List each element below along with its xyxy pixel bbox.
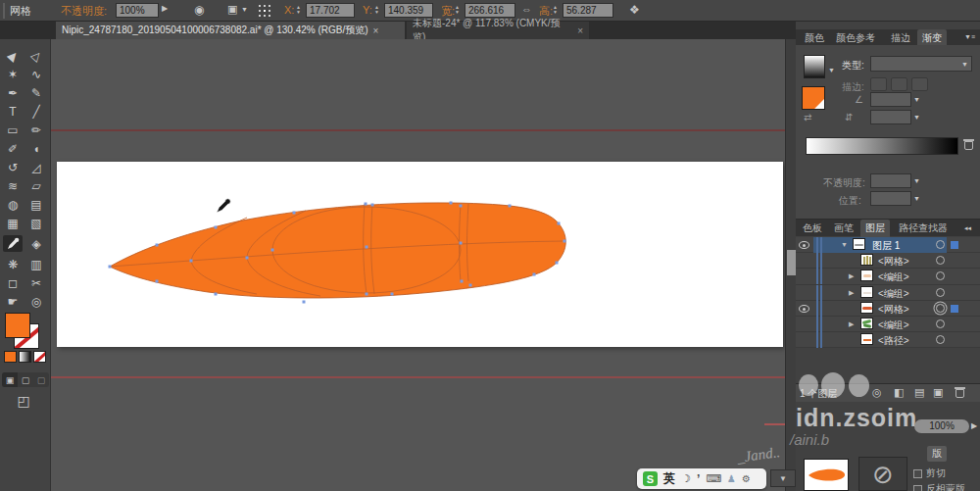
- aspect-ratio-dropdown-icon[interactable]: ▼: [913, 111, 920, 123]
- gradient-angle-dropdown-icon[interactable]: ▼: [913, 93, 920, 106]
- opacity-label[interactable]: 不透明度:: [61, 4, 107, 19]
- draw-behind-mode-button[interactable]: ▢: [18, 372, 33, 387]
- layer-thumbnail[interactable]: [853, 238, 865, 250]
- canvas-area[interactable]: [51, 39, 796, 491]
- select-similar-icon[interactable]: ▣: [227, 3, 237, 16]
- carrot-mesh-artwork[interactable]: [100, 196, 580, 314]
- panel-flyout-icon[interactable]: ▼≡: [964, 33, 975, 40]
- layer-row[interactable]: ▶ <编组>: [796, 269, 980, 284]
- layer-row[interactable]: ▼ 图层 1: [796, 237, 980, 253]
- gradient-fill-thumbnail[interactable]: [804, 55, 825, 78]
- layer-name[interactable]: <网格>: [878, 255, 909, 269]
- width-input[interactable]: 266.616: [465, 3, 515, 18]
- perspective-grid-tool[interactable]: ▤: [26, 196, 46, 213]
- mesh-tool[interactable]: ▦: [3, 215, 23, 231]
- layer-thumbnail[interactable]: [860, 302, 873, 314]
- layer-row[interactable]: <网格>: [796, 253, 980, 269]
- rectangle-tool[interactable]: ▭: [3, 122, 23, 138]
- pencil-tool[interactable]: ✐: [3, 140, 23, 157]
- shape-builder-tool[interactable]: ◍: [3, 196, 23, 213]
- ime-toolbar[interactable]: S 英 ☽ ’ ⌨ ♟ ⚙: [637, 468, 766, 489]
- selection-tool[interactable]: ▶: [3, 47, 23, 64]
- lasso-tool[interactable]: ∿: [26, 66, 46, 82]
- clip-checkbox[interactable]: [913, 469, 922, 478]
- opacity-expand-button[interactable]: ▶: [162, 4, 168, 13]
- navigator-zoom-field[interactable]: 100%: [914, 419, 969, 433]
- ime-language-toggle[interactable]: 英: [663, 470, 675, 487]
- y-input[interactable]: 140.359: [384, 3, 433, 18]
- pen-tool[interactable]: ✒: [3, 84, 23, 101]
- tab-pathfinder[interactable]: 路径查找器: [894, 220, 953, 237]
- vertical-scrollbar[interactable]: [785, 39, 796, 491]
- reference-point-grid-icon[interactable]: [259, 5, 261, 7]
- target-circle-icon[interactable]: [936, 271, 945, 280]
- close-tab-icon[interactable]: ×: [577, 25, 583, 36]
- eyedropper-tool[interactable]: [3, 235, 23, 252]
- document-tab-active[interactable]: Nipic_24787180_20190504100006738082.ai* …: [56, 22, 405, 39]
- layer-name[interactable]: 图层 1: [872, 239, 900, 253]
- collapse-panel-icon[interactable]: ◂◂: [964, 224, 971, 232]
- free-transform-tool[interactable]: ▱: [26, 177, 46, 194]
- none-mode-button[interactable]: [33, 351, 46, 363]
- blend-tool[interactable]: ◈: [26, 235, 46, 252]
- tab-brushes[interactable]: 画笔: [829, 220, 858, 237]
- tab-layers[interactable]: 图层: [860, 220, 890, 237]
- gradient-stroke-along-button[interactable]: [891, 77, 907, 91]
- ime-logo-icon[interactable]: S: [643, 471, 658, 486]
- opacity-input[interactable]: 100%: [116, 3, 159, 18]
- slice-tool[interactable]: ✂: [26, 274, 46, 291]
- curvature-tool[interactable]: ✎: [26, 84, 46, 101]
- height-stepper[interactable]: ▲▼: [553, 5, 558, 15]
- gradient-stroke-across-button[interactable]: [911, 77, 928, 91]
- y-stepper[interactable]: ▲▼: [374, 5, 379, 15]
- close-tab-icon[interactable]: ×: [373, 25, 379, 36]
- gradient-thumb-dropdown-icon[interactable]: ▼: [828, 67, 835, 74]
- color-mode-button[interactable]: [4, 351, 17, 363]
- opacity-mask-empty[interactable]: ⊘: [858, 457, 907, 491]
- delete-stop-trash-icon[interactable]: [964, 141, 973, 150]
- selection-indicator[interactable]: [951, 305, 958, 313]
- clip-option[interactable]: 剪切: [913, 466, 946, 480]
- ime-dropdown[interactable]: ▼: [770, 469, 796, 487]
- gradient-tool[interactable]: ▧: [26, 215, 46, 231]
- fill-color-swatch[interactable]: [5, 313, 30, 338]
- height-input[interactable]: 56.287: [563, 3, 613, 18]
- aspect-ratio-input[interactable]: [870, 110, 911, 124]
- target-circle-icon[interactable]: [936, 304, 945, 313]
- stop-opacity-input[interactable]: [870, 173, 911, 188]
- width-tool[interactable]: ≋: [3, 177, 23, 194]
- x-stepper[interactable]: ▲▼: [296, 5, 301, 15]
- ime-skin-icon[interactable]: ♟: [727, 473, 736, 484]
- layer-thumbnail[interactable]: [860, 270, 873, 281]
- ime-punctuation-icon[interactable]: ’: [697, 472, 700, 486]
- target-circle-icon[interactable]: [936, 319, 945, 328]
- visibility-eye-icon[interactable]: [799, 241, 809, 249]
- draw-inside-mode-button[interactable]: ▢: [33, 372, 49, 387]
- select-similar-dropdown-icon[interactable]: ▼: [241, 6, 248, 13]
- make-clipping-mask-icon[interactable]: ◧: [894, 386, 904, 399]
- draw-normal-mode-button[interactable]: ▣: [2, 372, 18, 387]
- expand-arrow-icon[interactable]: ▶: [849, 289, 854, 297]
- stop-opacity-dropdown-icon[interactable]: ▼: [913, 174, 920, 187]
- new-layer-icon[interactable]: ▣: [933, 386, 943, 399]
- stop-position-dropdown-icon[interactable]: ▼: [913, 192, 920, 205]
- tab-swatches[interactable]: 色板: [798, 220, 827, 237]
- expand-arrow-icon[interactable]: ▶: [849, 320, 854, 328]
- x-input[interactable]: 17.702: [306, 3, 355, 18]
- type-tool[interactable]: T: [3, 103, 23, 120]
- zoom-tool[interactable]: ◎: [26, 293, 46, 310]
- expand-arrow-icon[interactable]: ▼: [841, 241, 848, 248]
- artwork-thumbnail[interactable]: [804, 459, 849, 491]
- layer-name[interactable]: <路径>: [878, 334, 909, 348]
- reverse-gradient-icon[interactable]: ⇄: [804, 112, 811, 123]
- gradient-angle-input[interactable]: [870, 92, 911, 107]
- new-sublayer-icon[interactable]: ▤: [914, 386, 924, 399]
- blob-brush-tool[interactable]: ◖: [26, 140, 46, 157]
- gradient-ramp-slider[interactable]: [806, 137, 958, 155]
- stop-position-input[interactable]: [870, 191, 911, 206]
- rotate-tool[interactable]: ↺: [3, 159, 23, 175]
- layer-name[interactable]: <网格>: [878, 303, 909, 317]
- layer-name[interactable]: <编组>: [878, 270, 909, 284]
- screen-mode-button[interactable]: ◰: [14, 392, 33, 409]
- layer-name[interactable]: <编组>: [878, 319, 909, 332]
